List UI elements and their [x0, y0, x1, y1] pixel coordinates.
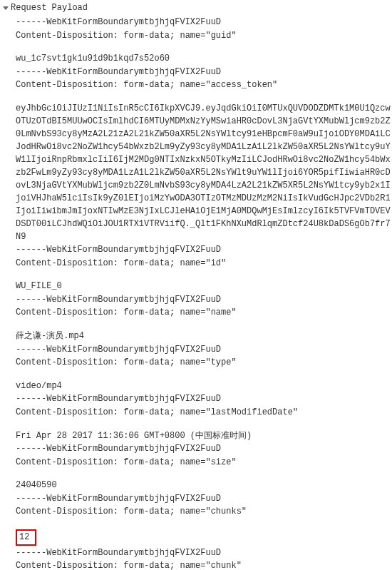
disposition-line: Content-Disposition: form-data; name="la… [16, 406, 392, 419]
disposition-line: Content-Disposition: form-data; name="id… [16, 257, 392, 270]
expand-arrow-icon[interactable] [3, 6, 9, 10]
form-value-size: 24040590 ------WebKitFormBoundarymtbjhjq… [16, 479, 392, 519]
disposition-line: Content-Disposition: form-data; name="gu… [16, 29, 392, 43]
header-title: Request Payload [11, 3, 88, 13]
value-line: wu_1c7svt1gk1u91d9b1kqd7s52o60 [16, 52, 392, 66]
form-value-lastmod: Fri Apr 28 2017 11:36:06 GMT+0800 (中国标准时… [16, 429, 392, 469]
boundary-line: ------WebKitFormBoundarymtbjhjqFVIX2FuuD [16, 16, 392, 29]
form-value-type: video/mp4 ------WebKitFormBoundarymtbjhj… [16, 380, 392, 419]
disposition-line: Content-Disposition: form-data; name="ac… [16, 78, 392, 92]
form-value-id: WU_FILE_0 ------WebKitFormBoundarymtbjhj… [16, 280, 392, 320]
boundary-line: ------WebKitFormBoundarymtbjhjqFVIX2FuuD [16, 293, 392, 307]
value-line: WU_FILE_0 [16, 280, 392, 293]
value-line: Fri Apr 28 2017 11:36:06 GMT+0800 (中国标准时… [16, 429, 392, 443]
value-line: video/mp4 [16, 380, 392, 393]
form-value-guid: wu_1c7svt1gk1u91d9b1kqd7s52o60 ------Web… [16, 52, 392, 92]
value-line: 24040590 [16, 479, 392, 492]
form-value-name: 薛之谦-演员.mp4 ------WebKitFormBoundarymtbjh… [16, 330, 392, 370]
boundary-line: ------WebKitFormBoundarymtbjhjqFVIX2FuuD [16, 66, 392, 79]
boundary-line: ------WebKitFormBoundarymtbjhjqFVIX2FuuD [16, 492, 392, 506]
form-value-chunks: 12 ------WebKitFormBoundarymtbjhjqFVIX2F… [16, 529, 392, 570]
form-field-guid: ------WebKitFormBoundarymtbjhjqFVIX2FuuD… [16, 16, 392, 42]
highlight-box: 12 [16, 529, 36, 546]
disposition-line: Content-Disposition: form-data; name="na… [16, 306, 392, 320]
value-line-highlighted: 12 [16, 529, 392, 546]
boundary-line: ------WebKitFormBoundarymtbjhjqFVIX2FuuD [16, 243, 392, 257]
boundary-line: ------WebKitFormBoundarymtbjhjqFVIX2FuuD [16, 546, 392, 560]
payload-content: ------WebKitFormBoundarymtbjhjqFVIX2FuuD… [3, 16, 392, 570]
boundary-line: ------WebKitFormBoundarymtbjhjqFVIX2FuuD [16, 392, 392, 406]
disposition-line: Content-Disposition: form-data; name="ty… [16, 356, 392, 370]
token-value: eyJhbGciOiJIUzI1NiIsInR5cCI6IkpXVCJ9.eyJ… [16, 102, 392, 243]
disposition-line: Content-Disposition: form-data; name="ch… [16, 559, 392, 570]
payload-header[interactable]: Request Payload [3, 3, 392, 13]
boundary-line: ------WebKitFormBoundarymtbjhjqFVIX2FuuD [16, 442, 392, 456]
form-value-token: eyJhbGciOiJIUzI1NiIsInR5cCI6IkpXVCJ9.eyJ… [16, 102, 392, 270]
disposition-line: Content-Disposition: form-data; name="si… [16, 456, 392, 469]
boundary-line: ------WebKitFormBoundarymtbjhjqFVIX2FuuD [16, 343, 392, 357]
value-line: 薛之谦-演员.mp4 [16, 330, 392, 343]
disposition-line: Content-Disposition: form-data; name="ch… [16, 505, 392, 519]
